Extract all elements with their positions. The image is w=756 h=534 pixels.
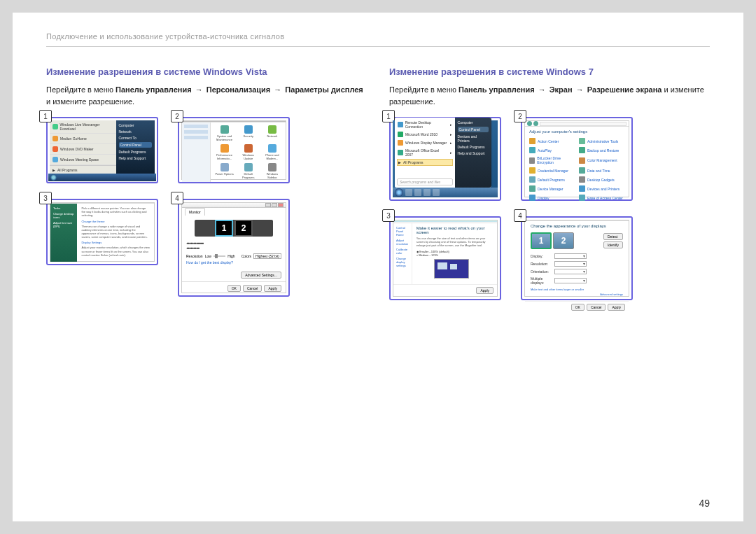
slider-thumb	[215, 254, 218, 258]
start-orb-icon	[50, 174, 57, 181]
menu-item: Windows Live Messenger Download	[60, 122, 113, 131]
menu-item: Connect To	[119, 136, 153, 140]
arrow-icon: →	[576, 85, 584, 94]
vista-instruction: Перейдите в меню Панель управления → Пер…	[46, 84, 367, 107]
dropdown	[554, 269, 587, 274]
side-link: Adjust resolution	[396, 239, 409, 246]
body-text: Pick a different mouse pointer. You can …	[81, 206, 150, 218]
apply-button: Apply	[608, 304, 625, 311]
step-number: 1	[39, 110, 52, 122]
label: High	[227, 254, 234, 258]
step-number: 3	[382, 209, 395, 222]
close-icon	[278, 203, 284, 207]
monitor-preview	[434, 259, 469, 279]
vista-title: Изменение разрешения в системе Windows V…	[46, 66, 367, 77]
cp-item: Color Management	[579, 156, 624, 164]
step-number: 4	[171, 192, 183, 204]
label: Resolution	[186, 254, 203, 258]
dropdown	[554, 261, 587, 267]
monitor-1: 1	[215, 220, 233, 237]
step-number: 2	[514, 110, 526, 122]
label: Display:	[531, 254, 552, 258]
txt: и измените разрешение.	[46, 97, 134, 106]
cp-item: Phone and Modem...	[262, 144, 283, 160]
menu-item: Default Programs	[458, 145, 489, 149]
txt: Перейдите в меню	[389, 85, 458, 94]
cp-item: Windows Sidebar	[262, 163, 283, 179]
back-icon	[527, 121, 532, 126]
menu-item: Medion GoHome	[60, 136, 87, 141]
side-item: Adjust font size (DPI)	[53, 221, 74, 228]
identify-button: Identify	[603, 241, 623, 248]
cp-item: Desktop Gadgets	[579, 176, 624, 183]
cp-item: Power Options	[214, 163, 234, 179]
fwd-icon	[533, 121, 538, 126]
body-text: You can change the size of text and othe…	[416, 237, 493, 247]
win7-column: Изменение разрешения в системе Windows 7…	[389, 66, 710, 300]
step-number: 2	[171, 110, 183, 122]
start-orb-icon	[395, 188, 403, 197]
link: Change the theme	[81, 220, 150, 223]
vista-shot-2: 2 System and Maintenance Security Networ…	[178, 117, 290, 183]
cp-item: System and Maintenance	[214, 125, 234, 141]
menu-item: Default Programs	[119, 150, 153, 154]
ok-button: OK	[227, 285, 241, 292]
win7-title: Изменение разрешения в системе Windows 7	[389, 66, 710, 77]
cp-item: Default Programs	[529, 176, 575, 183]
all-programs: All Programs	[403, 160, 424, 164]
cp-item: Date and Time	[579, 167, 624, 174]
cp-item: Network	[262, 125, 283, 141]
control-panel-item: Control Panel	[119, 142, 153, 148]
dropdown	[554, 253, 587, 259]
path: Разрешение экрана	[587, 85, 662, 94]
detect-button: Detect	[603, 233, 623, 240]
advanced-button: Advanced Settings...	[241, 272, 281, 279]
cp-item: BitLocker Drive Encryption	[529, 156, 575, 164]
vista-shot-3: 3 Tasks Change desktop icons Adjust font…	[46, 199, 158, 297]
search-box: Search programs and files	[397, 178, 453, 185]
cp-item: AutoPlay	[529, 147, 575, 153]
monitor-preview: 1 2	[195, 220, 273, 237]
path: Параметры дисплея	[285, 85, 363, 94]
cancel-button: Cancel	[243, 285, 262, 292]
menu-item: Computer	[458, 120, 489, 125]
cp-item: Administrative Tools	[579, 138, 624, 144]
path: Экран	[550, 85, 573, 94]
menu-item: Microsoft Office Excel 2007	[405, 148, 448, 157]
dropdown: Highest (32 bit)	[253, 253, 281, 259]
vista-column: Изменение разрешения в системе Windows V…	[46, 66, 367, 300]
all-programs: All Programs	[57, 168, 78, 172]
side-link: Change display settings	[396, 257, 409, 267]
dropdown	[554, 278, 587, 283]
win7-shot-4: 4 Change the appearance of your displays…	[521, 216, 633, 300]
monitor-1: 1	[531, 232, 552, 249]
apply-button: Apply	[476, 287, 493, 294]
cp-item: Device Manager	[529, 185, 575, 192]
menu-item: Network	[119, 129, 153, 134]
monitor-preview: 1 2	[531, 232, 574, 249]
menu-item: Devices and Printers	[458, 134, 489, 143]
cp-item: Credential Manager	[529, 167, 575, 174]
monitor-2: 2	[234, 220, 253, 237]
cancel-button: Cancel	[587, 304, 606, 311]
adv-link: Advanced settings	[525, 292, 629, 297]
radio-label: Medium - 125%	[419, 253, 438, 257]
arrow-icon: →	[538, 85, 546, 94]
side-link: Calibrate color	[396, 248, 409, 255]
body-text: Themes can change a wide range of visual…	[81, 225, 150, 239]
cp-item: Backup and Restore	[579, 147, 624, 153]
heading: Change the appearance of your displays	[525, 221, 629, 228]
menu-item: Help and Support	[119, 156, 153, 160]
side-link: Control Panel Home	[396, 226, 409, 237]
win7-shot-1: 1 Remote Desktop Connection▸ Microsoft W…	[389, 117, 501, 201]
cp-item: Default Programs	[238, 163, 259, 179]
path: Панель управления	[115, 85, 192, 94]
control-panel-item: Control Panel	[458, 127, 489, 132]
win7-instruction: Перейдите в меню Панель управления → Экр…	[389, 84, 710, 107]
menu-item: Remote Desktop Connection	[405, 120, 448, 129]
apply-button: Apply	[264, 285, 281, 292]
cp-item: Performance Informatio...	[214, 144, 234, 160]
step-number: 4	[514, 209, 526, 222]
ok-button: OK	[571, 304, 584, 311]
arrow-icon: →	[274, 85, 281, 94]
